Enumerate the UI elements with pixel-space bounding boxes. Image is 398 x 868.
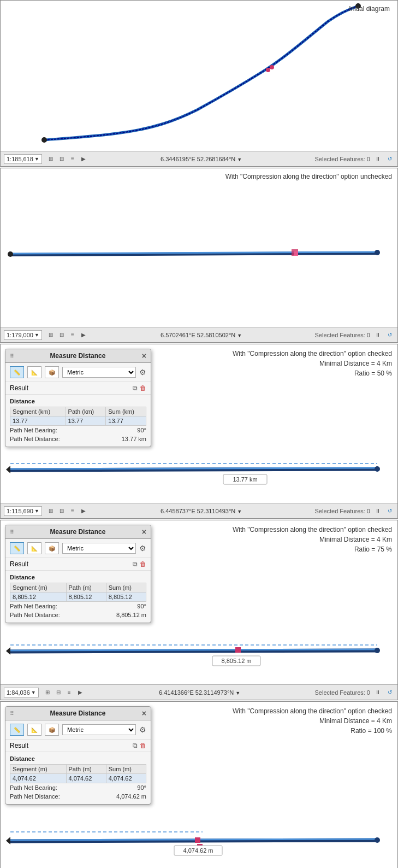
tool-bearing-3[interactable]: 📦 — [45, 366, 59, 378]
settings-btn-4[interactable]: ⚙ — [139, 544, 146, 553]
nav-icon-1c[interactable]: ≡ — [68, 155, 77, 163]
distance-section-4: Distance Segment (m) Path (m) Sum (m) 8,… — [5, 571, 151, 623]
measure-title-bar-4: ⠿ Measure Distance × — [5, 525, 151, 539]
copy-btn-4[interactable]: ⧉ — [133, 560, 138, 568]
nav-icon-2d[interactable]: ▶ — [79, 331, 88, 339]
measure-panel-title-3: Measure Distance — [14, 352, 142, 360]
unit-select-5[interactable]: Metric — [62, 724, 136, 735]
blue-line-4 — [10, 649, 377, 650]
dist-label-text-5: 4,074.62 m — [183, 847, 213, 854]
dist-label-text-4: 8,805.12 m — [221, 658, 251, 664]
scale-box-4[interactable]: 1:84,036 ▼ — [4, 688, 39, 697]
nav-icon-4d[interactable]: ▶ — [76, 688, 85, 697]
nav-icon-3b[interactable]: ⊟ — [57, 507, 66, 515]
unit-select-4[interactable]: Metric — [62, 543, 136, 554]
netdist-label-3: Path Net Distance: — [10, 436, 60, 442]
distance-title-4: Distance — [10, 574, 146, 580]
distance-section-5: Distance Segment (m) Path (m) Sum (m) 4,… — [5, 752, 151, 804]
measure-panel-title-4: Measure Distance — [14, 528, 142, 536]
result-label-5: Result — [10, 742, 28, 749]
close-btn-5[interactable]: × — [142, 709, 146, 718]
scale-box-3[interactable]: 1:115,690 ▼ — [4, 506, 42, 516]
measure-panel-title-5: Measure Distance — [14, 709, 142, 717]
status-right-2: Selected Features: 0 ⏸ ↺ — [314, 331, 394, 339]
copy-btn-3[interactable]: ⧉ — [133, 384, 138, 392]
panel-3: With "Compression along the direction" o… — [0, 344, 398, 519]
diagram-area-3: With "Compression along the direction" o… — [1, 344, 398, 503]
coord-dropdown-1[interactable]: ▼ — [237, 157, 242, 162]
status-coord-3: 6.4458737°E 52.3110493°N ▼ — [92, 508, 311, 514]
tool-area-3[interactable]: 📐 — [27, 366, 41, 378]
bearing-label-5: Path Net Bearing: — [10, 784, 57, 791]
point-right-5 — [375, 837, 380, 843]
tool-bearing-5[interactable]: 📦 — [45, 724, 59, 736]
close-btn-4[interactable]: × — [142, 527, 146, 536]
val-segment-4: 8,805.12 — [10, 593, 67, 602]
coord-dropdown-2[interactable]: ▼ — [237, 333, 242, 338]
nav-icon-4c[interactable]: ≡ — [65, 688, 74, 697]
nav-icon-3c[interactable]: ≡ — [68, 507, 77, 515]
scale-dropdown-arrow-2: ▼ — [34, 332, 39, 338]
tool-area-5[interactable]: 📐 — [27, 724, 41, 736]
copy-btn-5[interactable]: ⧉ — [133, 742, 138, 749]
clear-btn-5[interactable]: 🗑 — [140, 742, 146, 749]
scale-box-2[interactable]: 1:179,000 ▼ — [4, 330, 42, 340]
pause-btn-1[interactable]: ⏸ — [373, 155, 382, 163]
refresh-btn-4[interactable]: ↺ — [385, 688, 394, 697]
nav-icon-4b[interactable]: ⊟ — [54, 688, 63, 697]
close-btn-3[interactable]: × — [142, 351, 146, 360]
netdist-row-3: Path Net Distance: 13.77 km — [10, 435, 146, 443]
bearing-row-4: Path Net Bearing: 90° — [10, 602, 146, 611]
dist-label-text-3: 13.77 km — [233, 476, 257, 483]
pause-btn-2[interactable]: ⏸ — [373, 331, 382, 339]
nav-icon-1d[interactable]: ▶ — [79, 155, 88, 163]
point-right-3 — [375, 466, 380, 472]
diagram-area-5: With "Compression along the direction" o… — [1, 702, 398, 868]
nav-icon-1a[interactable]: ⊞ — [46, 155, 55, 163]
arrow-left-5 — [6, 837, 10, 844]
clear-btn-3[interactable]: 🗑 — [140, 384, 146, 392]
unit-select-3[interactable]: Metric — [62, 367, 136, 378]
pause-btn-4[interactable]: ⏸ — [373, 688, 382, 697]
refresh-btn-3[interactable]: ↺ — [385, 507, 394, 515]
nav-icon-3d[interactable]: ▶ — [79, 507, 88, 515]
measure-toolbar-3: 📏 📐 📦 Metric ⚙ — [5, 363, 151, 382]
status-bar-3: 1:115,690 ▼ ⊞ ⊟ ≡ ▶ 6.4458737°E 52.31104… — [1, 503, 397, 518]
col-sum-5: Sum (m) — [106, 765, 146, 774]
settings-btn-3[interactable]: ⚙ — [139, 368, 146, 377]
status-bar-1: 1:185,618 ▼ ⊞ ⊟ ≡ ▶ 6.3446195°E 52.26816… — [1, 151, 397, 166]
tool-ruler-4[interactable]: 📏 — [10, 542, 24, 554]
tool-area-4[interactable]: 📐 — [27, 542, 41, 554]
refresh-btn-1[interactable]: ↺ — [385, 155, 394, 163]
tool-ruler-5[interactable]: 📏 — [10, 724, 24, 736]
bearing-val-3: 90° — [137, 427, 146, 433]
status-icons-2: ⊞ ⊟ ≡ ▶ — [46, 331, 88, 339]
scale-value-1: 1:185,618 — [7, 156, 33, 162]
status-coord-1: 6.3446195°E 52.2681684°N ▼ — [92, 156, 311, 162]
nav-icon-4a[interactable]: ⊞ — [43, 688, 52, 697]
pause-btn-3[interactable]: ⏸ — [373, 507, 382, 515]
result-bar-4: Result ⧉ 🗑 — [5, 558, 151, 571]
distance-table-4: Segment (m) Path (m) Sum (m) 8,805.12 8,… — [10, 583, 146, 602]
netdist-row-4: Path Net Distance: 8,805.12 m — [10, 611, 146, 619]
clear-btn-4[interactable]: 🗑 — [140, 560, 146, 568]
nav-icon-3a[interactable]: ⊞ — [46, 507, 55, 515]
nav-icon-2b[interactable]: ⊟ — [57, 331, 66, 339]
scale-box-1[interactable]: 1:185,618 ▼ — [4, 154, 42, 164]
scale-value-3: 1:115,690 — [7, 508, 33, 514]
col-path-3: Path (km) — [66, 407, 106, 417]
refresh-btn-2[interactable]: ↺ — [385, 331, 394, 339]
bearing-val-4: 90° — [137, 603, 146, 609]
nav-icon-2c[interactable]: ≡ — [68, 331, 77, 339]
settings-btn-5[interactable]: ⚙ — [139, 725, 146, 734]
drag-handle-4: ⠿ — [10, 529, 14, 535]
status-coord-2: 6.5702461°E 52.5810502°N ▼ — [92, 332, 311, 338]
bearing-val-5: 90° — [137, 784, 146, 791]
coord-dropdown-3[interactable]: ▼ — [237, 509, 242, 514]
col-segment-5: Segment (m) — [10, 765, 67, 774]
tool-bearing-4[interactable]: 📦 — [45, 542, 59, 554]
nav-icon-1b[interactable]: ⊟ — [57, 155, 66, 163]
tool-ruler-3[interactable]: 📏 — [10, 366, 24, 378]
nav-icon-2a[interactable]: ⊞ — [46, 331, 55, 339]
coord-dropdown-4[interactable]: ▼ — [235, 690, 240, 696]
